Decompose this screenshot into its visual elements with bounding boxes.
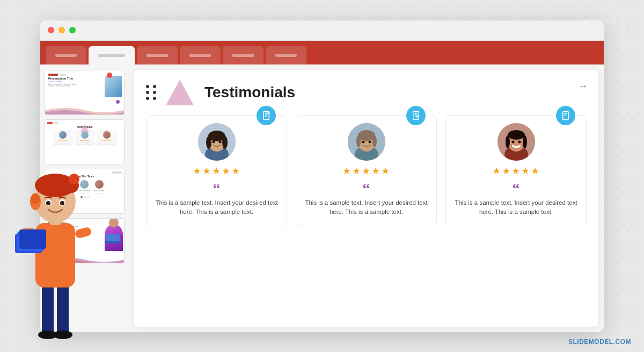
svg-point-54 [31, 194, 40, 204]
slide-thumb-3[interactable]: Meet Our Team Edit Title Here Edit Sub t… [45, 169, 125, 214]
slide1-badge-purple [116, 100, 120, 104]
slide3-title: Meet Our Team [47, 175, 122, 178]
slide4-thankyou: Thank you [48, 221, 103, 225]
slide3-avatar-1 [65, 180, 74, 189]
slide2-text-2 [54, 144, 71, 145]
maximize-dot[interactable] [69, 27, 76, 33]
browser-titlebar [40, 20, 604, 41]
slide2-text-5 [98, 142, 115, 143]
svg-point-33 [508, 130, 525, 140]
slide4-contact: (000) 000-0000(000) 000-0000info@email.c… [48, 228, 103, 236]
tab-6[interactable] [266, 46, 306, 64]
slide3-role-2: Edit Sub title here [79, 192, 90, 194]
minimize-dot[interactable] [58, 27, 65, 33]
testimonial-card-1: ★★★★★ “ This is a sample text. Insert yo… [146, 115, 287, 228]
tab-5[interactable] [223, 46, 264, 64]
svg-point-21 [358, 130, 375, 141]
testimonials-grid: ★★★★★ “ This is a sample text. Insert yo… [146, 115, 587, 228]
close-dot[interactable] [48, 27, 54, 33]
main-slide-area: → Testimonials [134, 70, 598, 327]
browser-tabs [40, 41, 604, 64]
slide2-triangle [80, 124, 89, 132]
card-icon-2 [406, 106, 426, 125]
card-icon-3 [556, 106, 575, 125]
testimonial-card-2: ★★★★★ “ This is a sample text. Insert yo… [296, 115, 437, 228]
slide3-member-3: Edit Title Here Edit Sub title here [94, 180, 105, 194]
testimonial-stars-1: ★★★★★ [193, 165, 241, 177]
slide3-avatar-2 [80, 180, 89, 189]
slide3-role-3: Edit Sub title here [94, 192, 105, 194]
svg-point-24 [362, 140, 364, 143]
svg-point-12 [218, 140, 221, 143]
slide4-right [103, 221, 121, 260]
quote-mark-2: “ [363, 181, 370, 196]
svg-point-11 [212, 140, 215, 143]
slide2-testimonials: ★★★★★ ★★★★★ ★★★★★ [47, 130, 122, 146]
svg-point-53 [30, 193, 41, 210]
dot-2 [153, 85, 156, 88]
slide-header: Testimonials [146, 80, 587, 105]
svg-point-25 [368, 140, 371, 143]
svg-point-9 [206, 136, 211, 149]
tab-3[interactable] [137, 46, 178, 64]
testimonial-card-3: ★★★★★ “ This is a sample text. Insert yo… [445, 115, 587, 228]
slide4-left: Thank you This is a subtitle with some m… [48, 221, 103, 260]
slide-main-title: Testimonials [204, 84, 295, 101]
testimonial-avatar-2 [348, 123, 385, 161]
next-arrow[interactable]: → [578, 81, 588, 92]
dot-3 [146, 91, 149, 94]
slide-thumb-1[interactable]: Presentation Title This is a subtitle Th… [45, 70, 125, 115]
dot-1 [146, 85, 149, 88]
quote-mark-3: “ [513, 181, 520, 196]
svg-rect-43 [20, 228, 36, 237]
card-icon-1 [257, 106, 276, 125]
slide3-team: Edit Title Here Edit Sub title here Edit… [47, 180, 122, 194]
slide3-name-1: Edit Title Here [64, 190, 75, 192]
slides-sidebar: Presentation Title This is a subtitle Th… [40, 64, 129, 332]
slide2-card-2: ★★★★★ [75, 130, 95, 146]
dot-5 [146, 97, 149, 100]
slide4-num: slidemodel [47, 260, 54, 262]
slide2-text-3 [76, 142, 93, 143]
dot-4 [153, 91, 156, 94]
dots-grid [146, 85, 157, 100]
slide4-person [105, 221, 123, 251]
svg-point-10 [222, 136, 228, 149]
svg-point-34 [506, 135, 510, 148]
svg-rect-45 [15, 234, 42, 253]
svg-point-23 [372, 135, 377, 147]
slide1-badge-red [107, 73, 112, 78]
slide2-avatar-1 [59, 131, 67, 139]
testimonial-text-3: This is a sample text. Insert your desir… [453, 198, 579, 218]
slide2-stars-2: ★★★★★ [79, 139, 90, 142]
slide2-card-1: ★★★★★ [53, 130, 73, 146]
slide3-name-2: Edit Title Here [79, 190, 90, 192]
testimonial-text-1: This is a sample text. Insert your desir… [154, 198, 279, 218]
testimonial-avatar-1 [198, 123, 236, 161]
slide-thumb-4[interactable]: Thank you This is a subtitle with some m… [45, 218, 125, 263]
slide2-stars-3: ★★★★★ [101, 139, 112, 142]
svg-marker-16 [416, 116, 419, 118]
slide1-num: slidemodel [47, 112, 54, 113]
slide-thumb-2[interactable]: Testimonials ★★★★★ ★★★★★ [45, 119, 125, 164]
testimonial-text-2: This is a sample text. Insert your desir… [304, 198, 429, 218]
testimonial-stars-2: ★★★★★ [342, 165, 391, 177]
slide3-name-3: Edit Title Here [94, 190, 105, 192]
slide1-image [105, 76, 122, 97]
tab-1[interactable] [46, 46, 86, 64]
svg-point-22 [356, 135, 361, 147]
slide2-text-1 [54, 142, 71, 143]
slide3-member-2: Edit Title Here Edit Sub title here [79, 180, 90, 194]
browser-window: Presentation Title This is a subtitle Th… [40, 20, 604, 332]
slide3-dots [47, 196, 122, 198]
tab-4[interactable] [180, 46, 221, 64]
slide3-role-1: Edit Sub title here [64, 192, 75, 194]
svg-point-35 [523, 135, 527, 148]
tab-2[interactable] [89, 46, 135, 64]
slide2-avatar-2 [81, 131, 89, 139]
dot-6 [153, 97, 156, 100]
slide4-subtitle: This is a subtitle with some more desire… [48, 226, 103, 228]
slide2-stars-1: ★★★★★ [57, 139, 68, 142]
brand-watermark: SLIDEMODEL.COM [568, 338, 631, 346]
slide1-body: This is a sample text. Insert your desir… [48, 84, 78, 88]
